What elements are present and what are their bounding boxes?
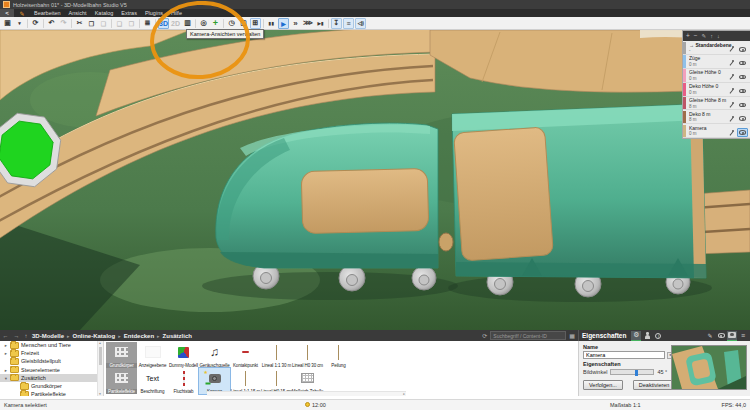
breadcrumb-item[interactable]: Zusätzlich	[154, 333, 192, 339]
tree-item[interactable]: Freizeit	[0, 349, 103, 357]
tree-item[interactable]: Gleisbildstellpult	[0, 357, 103, 365]
tree-item[interactable]: Partikeleffekte	[0, 390, 103, 396]
refresh-icon[interactable]	[479, 332, 490, 339]
save-menu-button[interactable]	[14, 18, 25, 29]
levels-button[interactable]	[343, 18, 354, 29]
catalog-tile[interactable]: Anzeigeebene	[137, 342, 168, 368]
layer-row[interactable]: Züge 0 m	[683, 55, 750, 68]
remove-layer-icon[interactable]	[694, 31, 698, 41]
settings-tab[interactable]	[631, 331, 641, 341]
visibility-toggle[interactable]	[737, 59, 748, 68]
name-input[interactable]	[583, 351, 665, 359]
catalog-tile[interactable]: Lineal H0 30 cm	[292, 342, 323, 368]
nav-forward-icon[interactable]	[11, 333, 22, 339]
split-view-button[interactable]	[182, 18, 193, 29]
center-view-button[interactable]	[198, 18, 209, 29]
layer-row[interactable]: Gleise Höhe 8 m 8 m	[683, 97, 750, 110]
scroll-up-icon[interactable]: ▲	[99, 341, 102, 345]
pin-icon[interactable]	[729, 130, 734, 136]
visibility-toggle[interactable]	[716, 331, 726, 341]
layer-row[interactable]: Deko 8 m 8 m	[683, 111, 750, 124]
menu-item[interactable]: Bearbeiten	[30, 9, 65, 17]
catalog-tile[interactable]: Fluchtstab	[168, 368, 199, 394]
rotate-button[interactable]	[126, 18, 137, 29]
scroll-down-icon[interactable]: ▼	[99, 392, 102, 396]
manage-camera-views-button[interactable]	[250, 18, 261, 29]
scroll-right-icon[interactable]	[403, 392, 405, 396]
pin-icon[interactable]	[729, 60, 734, 66]
save-button[interactable]	[2, 18, 13, 29]
pin-icon[interactable]	[729, 102, 734, 108]
tree-item[interactable]: Menschen und Tiere	[0, 341, 103, 349]
expander-icon[interactable]	[4, 367, 8, 373]
layer-row[interactable]: Kamera 0 m	[683, 125, 750, 138]
camera-view-button[interactable]	[238, 18, 249, 29]
move-down-icon[interactable]	[717, 31, 720, 41]
layer-list-button[interactable]	[142, 18, 153, 29]
breadcrumb-item[interactable]: Entdecken	[115, 333, 154, 339]
search-input[interactable]	[490, 331, 566, 340]
add-layer-icon[interactable]	[686, 31, 690, 41]
catalog-tile[interactable]: Grundkörper	[106, 342, 137, 368]
deactivate-button[interactable]: Deaktivieren	[633, 380, 676, 390]
panel-menu[interactable]	[738, 331, 748, 341]
visibility-toggle[interactable]	[737, 101, 748, 110]
layer-row[interactable]: Gleise Höhe 0 0 m	[683, 69, 750, 82]
back-button[interactable]	[0, 9, 14, 17]
edit-layer-icon[interactable]	[702, 31, 707, 41]
pin-icon[interactable]	[729, 74, 734, 80]
visibility-toggle[interactable]	[737, 73, 748, 82]
slider-thumb[interactable]	[635, 370, 638, 376]
menu-item[interactable]: Hilfe	[167, 9, 186, 17]
pin-icon[interactable]	[729, 116, 734, 122]
catalog-tile[interactable]: Dummy-Modell	[168, 342, 199, 368]
expander-icon[interactable]	[4, 375, 8, 381]
catalog-tile[interactable]: Partikeleffekte	[106, 368, 137, 394]
fast-forward-button[interactable]	[290, 18, 301, 29]
viewport-3d[interactable]	[0, 30, 750, 330]
add-camera-button[interactable]	[210, 18, 221, 29]
move-up-icon[interactable]	[710, 31, 713, 41]
visibility-toggle[interactable]	[737, 128, 748, 137]
view-3d-button[interactable]: 3D	[158, 18, 169, 29]
reset-view-button[interactable]	[30, 18, 41, 29]
tree-scrollbar[interactable]: ▲ ▼	[97, 341, 103, 396]
info-tab[interactable]	[653, 331, 663, 341]
user-tab[interactable]	[642, 331, 652, 341]
flip-button[interactable]	[114, 18, 125, 29]
visibility-toggle[interactable]	[737, 45, 748, 54]
catalog-tile[interactable]: Text Beschriftung	[137, 368, 168, 394]
edit-toggle[interactable]	[705, 331, 715, 341]
expander-icon[interactable]	[4, 350, 8, 356]
layer-row[interactable]: Deko Höhe 0 0 m	[683, 83, 750, 96]
horizontal-scrollbar[interactable]	[207, 391, 406, 396]
edit-mode-button[interactable]	[16, 9, 28, 17]
pause-button[interactable]	[266, 18, 277, 29]
camera-toggle[interactable]	[727, 331, 737, 341]
menu-item[interactable]: Ansicht	[65, 9, 91, 17]
breadcrumb-item[interactable]: Online-Katalog	[64, 333, 115, 339]
pin-icon[interactable]	[729, 46, 734, 52]
view-2d-button[interactable]: 2D	[170, 18, 181, 29]
faster-forward-button[interactable]	[302, 18, 314, 29]
catalog-tile[interactable]: Lineal 1:1 30 m	[261, 342, 292, 368]
skip-end-button[interactable]	[315, 18, 326, 29]
menu-item[interactable]: Katalog	[91, 9, 118, 17]
tree-item[interactable]: Zusätzlich	[0, 374, 103, 382]
sound-button[interactable]	[355, 18, 366, 29]
visibility-toggle[interactable]	[737, 114, 748, 123]
tree-item[interactable]: Steuerelemente	[0, 366, 103, 374]
grid-view-icon[interactable]	[566, 332, 578, 339]
nav-up-icon[interactable]	[22, 333, 30, 339]
catalog-tile[interactable]: Kontaktpunkt	[230, 342, 261, 368]
angle-slider[interactable]	[610, 369, 654, 375]
redo-button[interactable]	[58, 18, 69, 29]
cut-button[interactable]	[74, 18, 85, 29]
tree-item[interactable]: Grundkörper	[0, 382, 103, 390]
follow-button[interactable]: Verfolgen...	[583, 380, 623, 390]
copy-button[interactable]	[86, 18, 97, 29]
catalog-tile[interactable]: Peilung	[323, 342, 354, 368]
expander-icon[interactable]	[4, 342, 8, 348]
time-control-button[interactable]	[226, 18, 237, 29]
play-button[interactable]	[278, 18, 289, 29]
